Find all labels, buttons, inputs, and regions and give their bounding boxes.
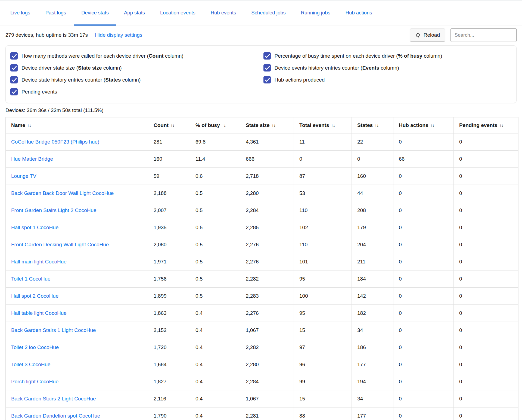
checkbox[interactable] [263, 64, 271, 71]
sort-arrows-icon[interactable]: ↑↓ [430, 123, 434, 128]
stat-cell: 0.5 [190, 219, 240, 236]
stat-cell: 0 [454, 185, 518, 202]
device-name-link[interactable]: Hue Matter Bridge [11, 156, 53, 162]
checkbox[interactable] [10, 64, 18, 71]
tab-device-stats[interactable]: Device stats [74, 1, 116, 26]
checkbox[interactable] [10, 88, 18, 95]
device-name-link[interactable]: Hall spot 1 CocoHue [11, 225, 58, 230]
column-header-state-size[interactable]: State size↑↓ [240, 117, 294, 133]
stat-cell: 95 [294, 305, 352, 322]
stat-cell: 2,152 [148, 322, 190, 339]
device-name-link[interactable]: Hall table light CocoHue [11, 310, 67, 316]
stat-cell: 11.4 [190, 151, 240, 168]
display-setting-item: Device driver state size (State size col… [10, 64, 263, 71]
stat-cell: 2,276 [240, 236, 294, 253]
tab-running-jobs[interactable]: Running jobs [293, 1, 338, 26]
column-header-states[interactable]: States↑↓ [352, 117, 393, 133]
device-name-link[interactable]: Toilet 1 CocoHue [11, 276, 51, 282]
column-header-count[interactable]: Count↑↓ [148, 117, 190, 133]
table-row: Back Garden Stairs 2 Light CocoHue2,1160… [6, 390, 518, 407]
stat-cell: 87 [294, 168, 352, 185]
stat-cell: 0.4 [190, 339, 240, 356]
sort-arrows-icon[interactable]: ↑↓ [272, 123, 275, 128]
device-name-link[interactable]: Toilet 3 CocoHue [11, 362, 51, 367]
stat-cell: 2,282 [240, 339, 294, 356]
device-name-link[interactable]: Front Garden Decking Wall Light CocoHue [11, 242, 109, 247]
stat-cell: 2,282 [240, 270, 294, 288]
checkbox[interactable] [10, 76, 18, 83]
device-name-cell: Hall spot 1 CocoHue [6, 219, 148, 236]
stat-cell: 4,361 [240, 133, 294, 151]
stat-cell: 69.8 [190, 133, 240, 151]
device-name-cell: Hall spot 2 CocoHue [6, 288, 148, 305]
column-label: Name [11, 122, 25, 128]
tab-location-events[interactable]: Location events [153, 1, 203, 26]
tab-live-logs[interactable]: Live logs [3, 1, 38, 26]
stat-cell: 0 [393, 356, 454, 373]
device-name-link[interactable]: Front Garden Stairs Light 2 CocoHue [11, 207, 97, 213]
device-name-link[interactable]: Porch light CocoHue [11, 379, 58, 384]
devices-total-summary: Devices: 36m 36s / 32m 50s total (111.5%… [5, 107, 517, 113]
tab-past-logs[interactable]: Past logs [38, 1, 74, 26]
checkbox[interactable] [263, 76, 271, 83]
stat-cell: 0 [393, 305, 454, 322]
sort-arrows-icon[interactable]: ↑↓ [222, 123, 226, 128]
stat-cell: 0 [454, 270, 518, 288]
sort-arrows-icon[interactable]: ↑↓ [375, 123, 378, 128]
device-name-link[interactable]: Back Garden Dandelion spot CocoHue [11, 413, 100, 419]
device-name-link[interactable]: Toilet 2 loo CocoHue [11, 344, 59, 350]
stat-cell: 11 [294, 133, 352, 151]
settings-left-column: How many methods were called for each de… [10, 52, 263, 100]
checkbox[interactable] [10, 52, 18, 60]
reload-button[interactable]: Reload [410, 29, 445, 42]
column-header-of-busy[interactable]: % of busy↑↓ [190, 117, 240, 133]
stat-cell: 2,284 [240, 373, 294, 390]
tab-hub-events[interactable]: Hub events [203, 1, 244, 26]
column-header-pending-events[interactable]: Pending events↑↓ [454, 117, 518, 133]
search-input[interactable] [450, 28, 517, 42]
column-label: Count [154, 122, 169, 128]
checkbox[interactable] [263, 52, 271, 60]
device-name-link[interactable]: Hall spot 2 CocoHue [11, 293, 58, 299]
device-name-cell: Hall main light CocoHue [6, 253, 148, 270]
device-name-link[interactable]: Hall main light CocoHue [11, 259, 67, 265]
device-name-link[interactable]: Lounge TV [11, 173, 36, 179]
device-name-cell: Hall table light CocoHue [6, 305, 148, 322]
column-header-hub-actions[interactable]: Hub actions↑↓ [393, 117, 454, 133]
stat-cell: 0.4 [190, 373, 240, 390]
device-name-cell: Back Garden Stairs 1 Light CocoHue [6, 322, 148, 339]
stat-cell: 0.6 [190, 168, 240, 185]
device-name-cell: Toilet 1 CocoHue [6, 270, 148, 288]
device-name-cell: Front Garden Decking Wall Light CocoHue [6, 236, 148, 253]
tab-scheduled-jobs[interactable]: Scheduled jobs [244, 1, 293, 26]
display-setting-item: How many methods were called for each de… [10, 52, 263, 60]
hide-display-settings-link[interactable]: Hide display settings [95, 32, 142, 38]
stat-cell: 15 [294, 322, 352, 339]
device-name-link[interactable]: Back Garden Stairs 2 Light CocoHue [11, 396, 96, 402]
tab-app-stats[interactable]: App stats [116, 1, 153, 26]
stat-cell: 0.5 [190, 270, 240, 288]
stat-cell: 2,280 [240, 356, 294, 373]
device-stats-table: Name↑↓Count↑↓% of busy↑↓State size↑↓Tota… [5, 117, 518, 420]
stat-cell: 0 [393, 185, 454, 202]
sort-arrows-icon[interactable]: ↑↓ [27, 123, 31, 128]
refresh-icon [415, 32, 421, 38]
column-header-total-events[interactable]: Total events↑↓ [294, 117, 352, 133]
stat-cell: 0.4 [190, 407, 240, 420]
device-name-cell: Hue Matter Bridge [6, 151, 148, 168]
sort-arrows-icon[interactable]: ↑↓ [499, 123, 503, 128]
column-header-name[interactable]: Name↑↓ [6, 117, 148, 133]
stat-cell: 0 [393, 407, 454, 420]
sort-arrows-icon[interactable]: ↑↓ [331, 123, 335, 128]
table-row: Hall spot 1 CocoHue1,9350.52,28510217900 [6, 219, 518, 236]
table-row: Toilet 3 CocoHue1,6840.42,2809617700 [6, 356, 518, 373]
stat-cell: 0.4 [190, 390, 240, 407]
device-name-link[interactable]: Back Garden Stairs 1 Light CocoHue [11, 327, 96, 333]
device-name-link[interactable]: Back Garden Back Door Wall Light CocoHue [11, 190, 114, 196]
device-name-link[interactable]: CoCoHue Bridge 050F23 (Philips hue) [11, 139, 99, 145]
tab-hub-actions[interactable]: Hub actions [338, 1, 380, 26]
sort-arrows-icon[interactable]: ↑↓ [170, 123, 174, 128]
stat-cell: 2,276 [240, 253, 294, 270]
stat-cell: 2,188 [148, 185, 190, 202]
stat-cell: 1,756 [148, 270, 190, 288]
